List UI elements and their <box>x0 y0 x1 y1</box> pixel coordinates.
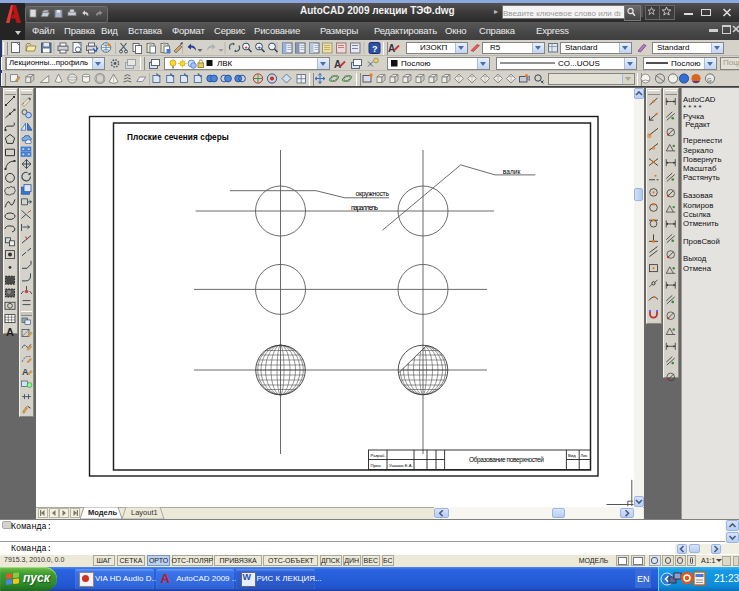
svg-text:A: A <box>22 367 29 377</box>
svg-text:A: A <box>6 326 14 338</box>
svg-text:A: A <box>334 59 341 70</box>
svg-text:+: + <box>257 44 260 50</box>
svg-text:+: + <box>244 44 247 50</box>
svg-text:?: ? <box>372 44 378 54</box>
svg-text:G: G <box>707 77 712 83</box>
svg-text:A: A <box>388 43 395 54</box>
